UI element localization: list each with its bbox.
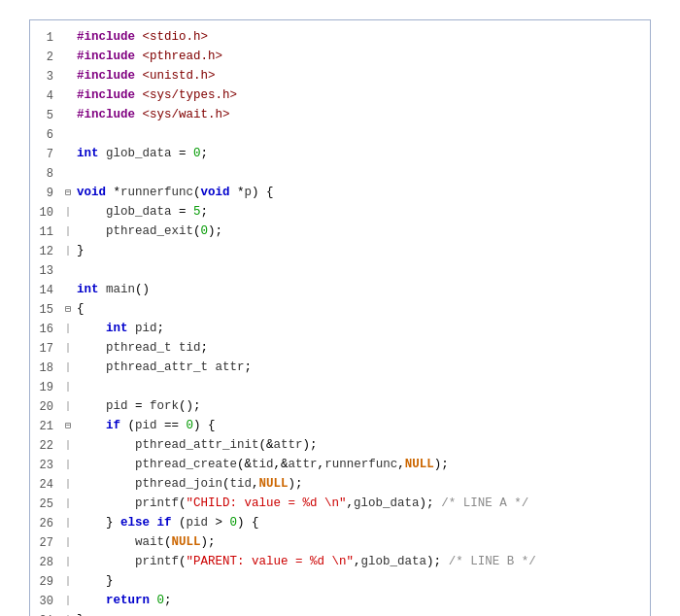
code-content: printf("CHILD: value = %d \n",glob_data)… <box>75 495 650 513</box>
code-content: #include <sys/wait.h> <box>75 106 650 124</box>
code-content: #include <unistd.h> <box>75 67 650 86</box>
fold-icon[interactable]: ⊟ <box>61 300 75 318</box>
line-number: 28 <box>30 553 61 572</box>
line-number: 29 <box>30 572 61 592</box>
fold-icon <box>61 48 75 50</box>
fold-icon <box>61 106 75 108</box>
code-content: #include <sys/types.h> <box>75 86 650 105</box>
line-number: 11 <box>30 222 61 242</box>
code-line: 29 | } <box>30 572 650 592</box>
line-number: 1 <box>30 28 61 48</box>
line-number: 26 <box>30 514 61 533</box>
fold-icon: | <box>61 592 75 609</box>
code-line: 30 | return 0; <box>30 592 650 611</box>
code-content: int main() <box>75 281 650 299</box>
code-content <box>75 378 650 396</box>
fold-icon <box>61 125 75 127</box>
fold-icon: | <box>61 359 75 376</box>
fold-icon: | <box>61 222 75 240</box>
code-line: 19 | <box>30 378 650 397</box>
code-content: { <box>75 300 650 319</box>
code-line: 26 | } else if (pid > 0) { <box>30 514 650 533</box>
code-line: 8 <box>30 164 650 184</box>
fold-icon <box>61 281 75 283</box>
code-content: return 0; <box>75 592 650 610</box>
code-content: } else if (pid > 0) { <box>75 514 650 532</box>
code-content: pthread_exit(0); <box>75 222 650 241</box>
fold-icon: | <box>61 320 75 337</box>
code-line: 5 #include <sys/wait.h> <box>30 106 650 125</box>
fold-icon: | <box>61 572 75 590</box>
code-line: 7 int glob_data = 0; <box>30 145 650 164</box>
code-line: 12 | } <box>30 242 650 261</box>
line-number: 30 <box>30 592 61 611</box>
line-number: 7 <box>30 145 61 164</box>
line-number: 9 <box>30 184 61 203</box>
line-number: 6 <box>30 125 61 145</box>
code-line: 11 | pthread_exit(0); <box>30 222 650 242</box>
line-number: 8 <box>30 164 61 184</box>
code-content <box>75 125 650 144</box>
line-number: 3 <box>30 67 61 86</box>
code-line: 3 #include <unistd.h> <box>30 67 650 86</box>
line-number: 21 <box>30 417 61 436</box>
code-content <box>75 261 650 280</box>
code-line: 14 int main() <box>30 281 650 300</box>
code-line: 28 | printf("PARENT: value = %d \n",glob… <box>30 553 650 572</box>
fold-icon <box>61 86 75 88</box>
code-content: if (pid == 0) { <box>75 417 650 435</box>
line-number: 13 <box>30 261 61 281</box>
fold-icon <box>61 164 75 166</box>
fold-icon <box>61 67 75 69</box>
code-line: 25 | printf("CHILD: value = %d \n",glob_… <box>30 495 650 514</box>
line-number: 10 <box>30 203 61 222</box>
fold-icon[interactable]: ⊟ <box>61 417 75 434</box>
line-number: 27 <box>30 533 61 553</box>
code-line: 15 ⊟ { <box>30 300 650 320</box>
code-line: 2 #include <pthread.h> <box>30 48 650 67</box>
fold-icon: | <box>61 514 75 531</box>
code-content: pthread_join(tid,NULL); <box>75 475 650 494</box>
page-container: 1 #include <stdio.h> 2 #include <pthread… <box>0 0 680 616</box>
code-content: #include <stdio.h> <box>75 28 650 47</box>
fold-icon: | <box>61 495 75 512</box>
code-content: glob_data = 5; <box>75 203 650 222</box>
code-line: 4 #include <sys/types.h> <box>30 86 650 106</box>
code-line: 6 <box>30 125 650 145</box>
code-line: 18 | pthread_attr_t attr; <box>30 359 650 378</box>
fold-icon: | <box>61 475 75 493</box>
line-number: 14 <box>30 281 61 300</box>
fold-icon: | <box>61 397 75 415</box>
code-line: 24 | pthread_join(tid,NULL); <box>30 475 650 495</box>
code-line: 27 | wait(NULL); <box>30 533 650 553</box>
line-number: 17 <box>30 339 61 359</box>
code-content: pthread_t tid; <box>75 339 650 358</box>
fold-icon <box>61 145 75 147</box>
code-content: pthread_create(&tid,&attr,runnerfunc,NUL… <box>75 456 650 474</box>
fold-icon: | <box>61 436 75 454</box>
fold-icon[interactable]: ⊟ <box>61 184 75 201</box>
fold-icon: | <box>61 533 75 551</box>
code-box: 1 #include <stdio.h> 2 #include <pthread… <box>29 19 651 616</box>
code-content: #include <pthread.h> <box>75 48 650 66</box>
line-number: 15 <box>30 300 61 320</box>
fold-icon: | <box>61 456 75 473</box>
code-line: 10 | glob_data = 5; <box>30 203 650 222</box>
code-content: pthread_attr_init(&attr); <box>75 436 650 455</box>
line-number: 18 <box>30 359 61 378</box>
code-line: 16 | int pid; <box>30 320 650 339</box>
code-line: 31 | } <box>30 611 650 616</box>
line-number: 20 <box>30 397 61 417</box>
line-number: 31 <box>30 611 61 616</box>
line-number: 5 <box>30 106 61 125</box>
code-content: } <box>75 572 650 591</box>
line-number: 2 <box>30 48 61 67</box>
code-line: 21 ⊟ if (pid == 0) { <box>30 417 650 436</box>
code-content: wait(NULL); <box>75 533 650 552</box>
fold-icon: | <box>61 242 75 259</box>
code-line: 1 #include <stdio.h> <box>30 28 650 48</box>
line-number: 16 <box>30 320 61 339</box>
code-content: int glob_data = 0; <box>75 145 650 163</box>
code-content <box>75 164 650 183</box>
fold-icon: | <box>61 378 75 395</box>
